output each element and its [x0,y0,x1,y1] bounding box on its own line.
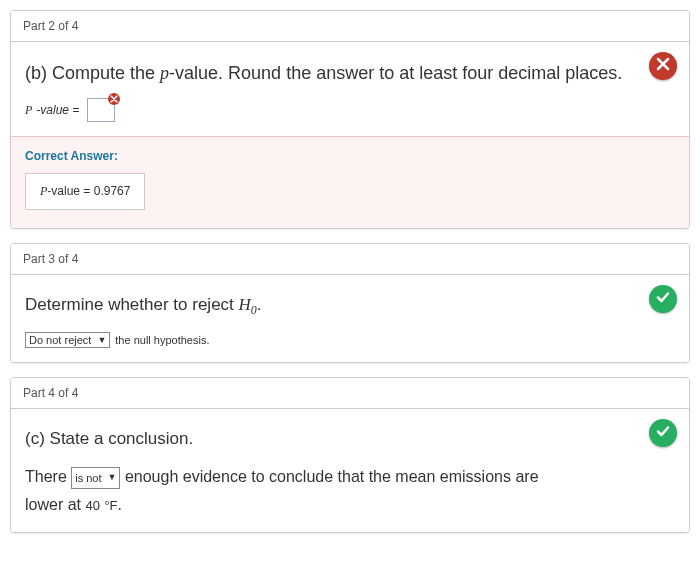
select-value: Do not reject [29,334,91,346]
sentence-post-pre: lower at [25,496,81,513]
close-icon [655,56,671,76]
correct-answer-title: Correct Answer: [25,149,675,163]
chevron-down-icon: ▼ [97,335,106,345]
question-prompt: (b) Compute the p-value. Round the answe… [25,60,675,86]
part-4-card: Part 4 of 4 (c) State a conclusion. Ther… [10,377,690,533]
part-3-body: Determine whether to reject H0. Do not r… [11,275,689,362]
correct-number: 0.9767 [94,184,131,198]
part-label: Part 4 of 4 [23,386,78,400]
part-3-header: Part 3 of 4 [11,244,689,275]
answer-sentence: Do not reject ▼ the null hypothesis. [25,332,675,348]
evidence-select[interactable]: is not ▼ [71,467,120,490]
question-prompt: (c) State a conclusion. [25,427,675,452]
temp-unit: °F [104,498,117,513]
reject-select[interactable]: Do not reject ▼ [25,332,110,348]
part-4-header: Part 4 of 4 [11,378,689,409]
part-2-body: (b) Compute the p-value. Round the answe… [11,42,689,136]
select-value: is not [75,469,101,488]
check-icon [655,289,671,309]
close-icon [110,92,118,106]
question-prompt: Determine whether to reject H0. [25,293,675,320]
conclusion-sentence: There is not ▼ enough evidence to conclu… [25,463,675,517]
chevron-down-icon: ▼ [108,470,117,485]
prompt-text-post: . [257,295,262,314]
answer-row: P-value = [25,98,675,122]
part-4-body: (c) State a conclusion. There is not ▼ e… [11,409,689,532]
part-3-card: Part 3 of 4 Determine whether to reject … [10,243,690,363]
answer-input[interactable] [87,98,115,122]
part-2-card: Part 2 of 4 (b) Compute the p-value. Rou… [10,10,690,229]
h-variable: H [239,295,251,314]
temp-number: 40 [85,498,99,513]
sentence-after: the null hypothesis. [115,334,209,346]
prompt-text-pre: (b) Compute the [25,63,160,83]
sentence-pre: There [25,468,67,485]
prompt-text-pre: Determine whether to reject [25,295,239,314]
prompt-text-post: -value. Round the answer to at least fou… [169,63,622,83]
part-label: Part 2 of 4 [23,19,78,33]
part-2-header: Part 2 of 4 [11,11,689,42]
answer-label: -value = [36,103,79,117]
part-label: Part 3 of 4 [23,252,78,266]
p-variable: p [160,63,169,83]
correct-answer-box: P-value = 0.9767 [25,173,145,210]
status-badge-correct [649,419,677,447]
sentence-mid: enough evidence to conclude that the mea… [125,468,539,485]
sentence-end: . [118,496,122,513]
p-variable-label: P [25,103,32,118]
status-badge-correct [649,285,677,313]
status-badge-wrong [649,52,677,80]
correct-answer-block: Correct Answer: P-value = 0.9767 [11,136,689,228]
check-icon [655,423,671,443]
input-wrong-badge [108,93,120,105]
correct-mid: -value = [47,184,93,198]
